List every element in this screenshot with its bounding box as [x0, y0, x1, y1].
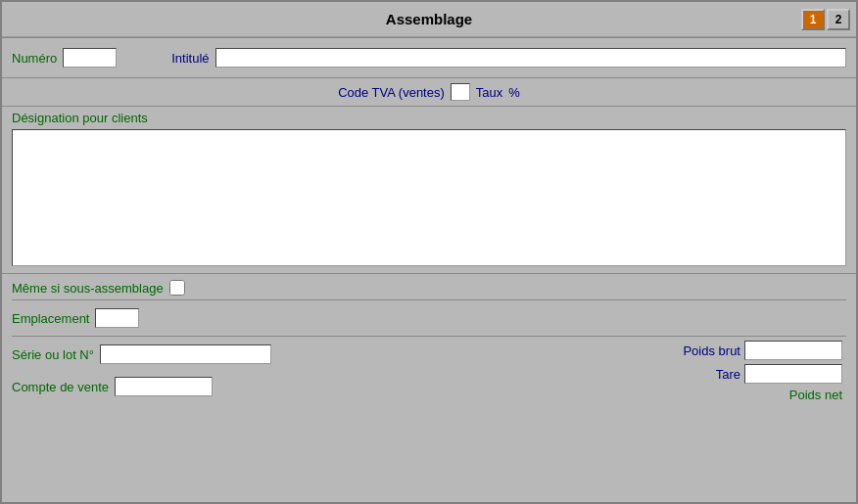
numero-label: Numéro — [12, 51, 57, 66]
emplacement-row: Emplacement — [12, 304, 846, 332]
designation-textarea[interactable] — [12, 129, 846, 266]
serie-poids-section: Série ou lot N° Compte de vente Poids br… — [12, 341, 846, 402]
left-col: Série ou lot N° Compte de vente — [12, 341, 271, 402]
serie-label: Série ou lot N° — [12, 347, 94, 362]
tare-label: Tare — [716, 367, 740, 382]
btn-2[interactable]: 2 — [827, 9, 850, 30]
poids-brut-label: Poids brut — [683, 344, 740, 358]
intitule-label: Intitulé — [171, 51, 209, 66]
numero-input[interactable] — [63, 48, 117, 68]
tare-input[interactable] — [744, 364, 842, 384]
emplacement-label: Emplacement — [12, 311, 89, 326]
title-buttons: 1 2 — [801, 9, 850, 30]
numero-intitule-section: Numéro Intitulé — [2, 38, 856, 77]
designation-label: Désignation pour clients — [12, 111, 846, 125]
tva-section: Code TVA (ventes) Taux % — [2, 78, 856, 106]
bottom-section: Même si sous-assemblage Emplacement Séri… — [2, 274, 856, 408]
designation-section: Désignation pour clients — [2, 107, 856, 269]
percent-label: % — [508, 85, 520, 100]
taux-label: Taux — [476, 85, 502, 100]
numero-intitule-row: Numéro Intitulé — [12, 44, 846, 71]
compte-input[interactable] — [115, 377, 213, 396]
divider-5 — [12, 336, 846, 337]
meme-si-checkbox[interactable] — [169, 280, 185, 296]
poids-net-label: Poids net — [789, 388, 842, 402]
tare-row: Tare — [716, 364, 842, 384]
serie-row: Série ou lot N° — [12, 341, 271, 368]
serie-input[interactable] — [100, 344, 271, 364]
compte-row: Compte de vente — [12, 373, 271, 400]
compte-label: Compte de vente — [12, 380, 109, 394]
intitule-input[interactable] — [215, 48, 846, 68]
right-col: Poids brut Tare Poids net — [683, 341, 846, 402]
tva-input[interactable] — [451, 83, 470, 101]
title-bar: Assemblage 1 2 — [2, 2, 856, 37]
meme-si-label: Même si sous-assemblage — [12, 281, 164, 296]
emplacement-input[interactable] — [95, 308, 139, 328]
divider-4 — [12, 299, 846, 300]
code-tva-label: Code TVA (ventes) — [338, 85, 445, 100]
btn-1[interactable]: 1 — [801, 9, 825, 30]
poids-net-row: Poids net — [789, 388, 842, 402]
meme-si-row: Même si sous-assemblage — [12, 280, 846, 296]
poids-brut-row: Poids brut — [683, 341, 842, 360]
main-window: Assemblage 1 2 Numéro Intitulé Code TVA … — [0, 0, 858, 504]
poids-brut-input[interactable] — [744, 341, 842, 360]
window-title: Assemblage — [386, 11, 472, 27]
